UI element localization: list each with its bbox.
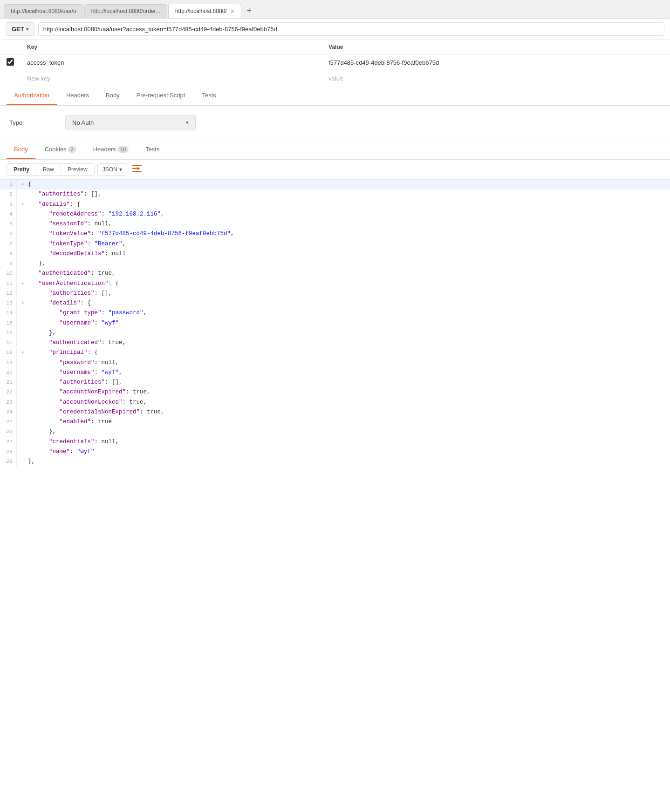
json-line-5: 5 "sessionId": null, [0, 219, 670, 229]
line-number-18: 18 [0, 348, 17, 357]
line-content-18: ▾ "principal": { [17, 348, 670, 358]
tab-authorization[interactable]: Authorization [7, 86, 57, 105]
line-content-22: "accountNonExpired": true, [17, 387, 670, 397]
json-line-13: 13▾ "details": { [0, 298, 670, 308]
line-number-11: 11 [0, 279, 17, 288]
format-bar: Pretty Raw Preview JSON ▾ [0, 160, 670, 180]
line-number-5: 5 [0, 219, 17, 229]
tab-3-label: http://localhost:8080/ [175, 8, 227, 14]
line-number-3: 3 [0, 200, 17, 209]
line-content-21: "authorities": [], [17, 378, 670, 387]
raw-button[interactable]: Raw [36, 164, 61, 175]
json-line-16: 16 }, [0, 328, 670, 338]
resp-tab-cookies[interactable]: Cookies2 [37, 140, 84, 159]
json-line-12: 12 "authorities": [], [0, 289, 670, 298]
tab-tests[interactable]: Tests [194, 86, 223, 105]
line-content-23: "accountNonLocked": true, [17, 398, 670, 407]
line-content-14: "grant_type": "password", [17, 308, 670, 318]
resp-tab-body[interactable]: Body [7, 140, 35, 159]
line-number-22: 22 [0, 387, 17, 397]
fold-arrow-1[interactable]: ▾ [21, 181, 28, 189]
json-line-19: 19 "password": null, [0, 358, 670, 368]
new-key-placeholder: New key [27, 75, 50, 82]
line-number-12: 12 [0, 289, 17, 298]
fold-arrow-11[interactable]: ▾ [21, 280, 28, 288]
auth-type-label: Type [9, 119, 56, 126]
param-key-1: access_token [27, 59, 64, 66]
line-content-20: "username": "wyf", [17, 368, 670, 378]
line-number-4: 4 [0, 210, 17, 219]
line-number-21: 21 [0, 378, 17, 387]
json-line-7: 7 "tokenType": "Bearer", [0, 239, 670, 249]
line-number-2: 2 [0, 189, 17, 199]
tab-pre-request-script[interactable]: Pre-request Script [129, 86, 193, 105]
line-content-13: ▾ "details": { [17, 298, 670, 308]
json-line-4: 4 "remoteAddress": "192.168.2.116", [0, 210, 670, 219]
tab-headers[interactable]: Headers [59, 86, 96, 105]
line-content-2: "authorities": [], [17, 189, 670, 199]
new-tab-button[interactable]: + [242, 4, 256, 18]
line-number-6: 6 [0, 229, 17, 238]
param-row-1: access_token f577d485-cd49-4deb-8756-f9e… [0, 54, 670, 71]
auth-dropdown-chevron-icon: ▾ [186, 120, 189, 126]
line-number-15: 15 [0, 318, 17, 328]
line-number-1: 1 [0, 180, 17, 189]
line-content-7: "tokenType": "Bearer", [17, 239, 670, 249]
json-line-26: 26 }, [0, 427, 670, 437]
tab-1[interactable]: http://localhost:8080/uaa/o [4, 4, 83, 18]
method-selector[interactable]: GET ▾ [6, 22, 34, 36]
line-content-1: ▾ { [17, 180, 670, 189]
url-bar: GET ▾ [0, 19, 670, 40]
line-content-19: "password": null, [17, 358, 670, 368]
line-content-6: "tokenValue": "f577d485-cd49-4deb-8756-f… [17, 229, 670, 239]
tab-2[interactable]: http://localhost:8080/order... [84, 4, 167, 18]
preview-button[interactable]: Preview [61, 164, 94, 175]
line-content-29: }, [17, 457, 670, 467]
wrap-icon[interactable] [132, 164, 142, 175]
line-number-14: 14 [0, 308, 17, 318]
line-number-23: 23 [0, 398, 17, 407]
line-content-3: ▾ "details": { [17, 200, 670, 210]
checkbox-col-header [0, 40, 21, 54]
tab-body[interactable]: Body [98, 86, 127, 105]
json-line-9: 9 }, [0, 259, 670, 269]
json-line-17: 17 "authenticated": true, [0, 338, 670, 348]
line-content-26: }, [17, 427, 670, 437]
json-line-11: 11▾ "userAuthentication": { [0, 279, 670, 289]
json-line-27: 27 "credentials": null, [0, 437, 670, 447]
line-number-19: 19 [0, 358, 17, 367]
json-line-8: 8 "decodedDetails": null [0, 249, 670, 259]
pretty-button[interactable]: Pretty [7, 164, 36, 175]
json-format-selector[interactable]: JSON ▾ [97, 163, 127, 176]
fold-arrow-13[interactable]: ▾ [21, 299, 28, 307]
close-tab-icon[interactable]: × [231, 7, 234, 15]
json-line-23: 23 "accountNonLocked": true, [0, 398, 670, 407]
line-number-10: 10 [0, 269, 17, 278]
line-number-20: 20 [0, 368, 17, 377]
fold-arrow-18[interactable]: ▾ [21, 349, 28, 357]
key-col-header: Key [21, 40, 322, 54]
line-content-25: "enabled": true [17, 417, 670, 427]
json-line-28: 28 "name": "wyf" [0, 447, 670, 457]
headers-badge: 10 [117, 146, 129, 153]
auth-type-dropdown[interactable]: No Auth ▾ [65, 115, 196, 130]
line-number-28: 28 [0, 447, 17, 456]
resp-tab-tests[interactable]: Tests [138, 140, 167, 159]
resp-tab-headers[interactable]: Headers10 [86, 140, 136, 159]
param-checkbox-1[interactable] [7, 58, 14, 66]
json-line-24: 24 "credentialsNonExpired": true, [0, 407, 670, 417]
line-content-9: }, [17, 259, 670, 269]
json-line-10: 10 "authenticated": true, [0, 269, 670, 278]
params-table: Key Value access_token f577d485-cd49-4de… [0, 40, 670, 86]
tab-3[interactable]: http://localhost:8080/ × [168, 4, 241, 18]
tab-2-label: http://localhost:8080/order... [91, 8, 160, 14]
line-number-9: 9 [0, 259, 17, 268]
fold-arrow-3[interactable]: ▾ [21, 201, 28, 209]
line-number-27: 27 [0, 437, 17, 447]
auth-section: Type No Auth ▾ [0, 106, 670, 140]
auth-type-value: No Auth [72, 119, 94, 126]
json-viewer: 1▾ {2 "authorities": [],3▾ "details": {4… [0, 180, 670, 467]
json-line-2: 2 "authorities": [], [0, 189, 670, 199]
url-input[interactable] [38, 22, 664, 36]
value-col-header: Value [322, 40, 670, 54]
